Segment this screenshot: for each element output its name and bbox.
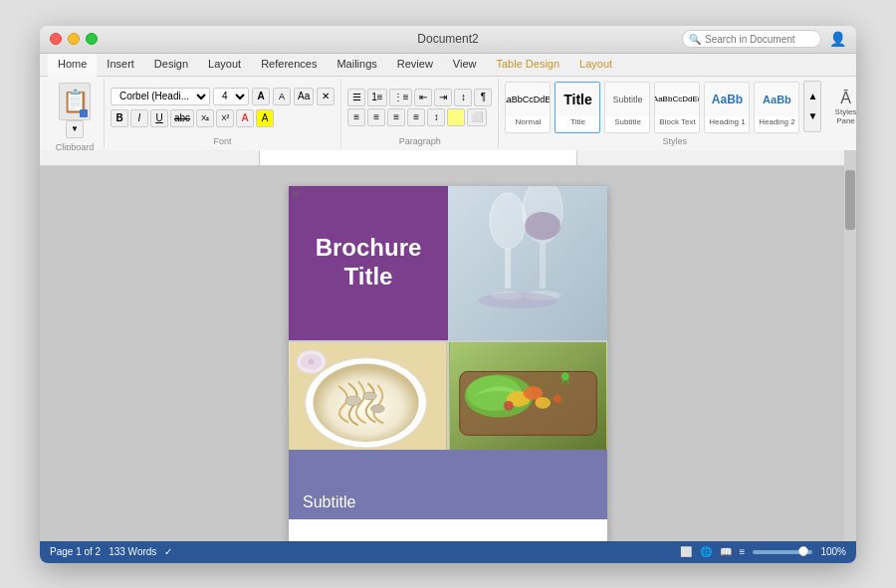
middle-section [289,340,607,450]
border-btn[interactable]: ⬜ [467,108,487,126]
styles-group: AaBbCcDdEe Normal Title Title Subtitle S… [499,79,850,148]
paste-icon[interactable]: 📋 [59,83,91,120]
style-title-preview: Title [556,83,599,116]
tab-mailings[interactable]: Mailings [327,54,386,76]
numbering-btn[interactable]: 1≡ [367,89,386,106]
tab-review[interactable]: Review [387,54,443,76]
shading-btn[interactable] [447,108,465,126]
wine-glasses-svg [448,186,607,340]
tab-layout[interactable]: Layout [198,54,251,76]
bullets-btn[interactable]: ☰ [347,89,365,106]
tab-references[interactable]: References [251,54,327,76]
svg-point-25 [535,396,551,408]
show-marks-btn[interactable]: ¶ [474,89,492,106]
zoom-thumb[interactable] [798,546,808,556]
tab-table-design[interactable]: Table Design [487,54,570,76]
font-size-increase[interactable]: A [252,88,270,105]
view-read-icon[interactable]: 📖 [720,546,732,557]
styles-label: Styles [505,136,844,146]
justify-btn[interactable]: ≡ [407,108,425,126]
salad-photo [447,340,607,450]
svg-point-12 [345,396,361,406]
user-icon: 👤 [829,31,846,47]
view-outline-icon[interactable]: ≡ [740,546,746,557]
paste-area: 📋 ▼ [52,81,98,140]
zoom-slider[interactable] [753,550,812,554]
style-subtitle[interactable]: Subtitle Subtitle [604,82,650,133]
font-color-btn[interactable]: A [236,109,254,127]
ribbon-body: 📋 ▼ Clipboard Corbel (Headi... 48 [40,77,856,150]
change-case-btn[interactable]: Aa [294,88,314,105]
styles-scroll-btn[interactable]: ▲▼ [803,81,821,132]
style-block-text[interactable]: AaBbCcDdEe Block Text [654,82,700,133]
title-bar: Document2 🔍 👤 [40,26,856,54]
doc-scroll[interactable]: ⊞ Brochure Title [40,166,856,541]
italic-btn[interactable]: I [130,109,148,127]
svg-point-7 [525,212,560,240]
style-heading1[interactable]: AaBb Heading 1 [704,82,750,133]
wine-photo [448,186,607,340]
tab-insert[interactable]: Insert [97,54,144,76]
tab-view[interactable]: View [443,54,487,76]
align-left-btn[interactable]: ≡ [347,108,365,126]
font-family-row: Corbel (Headi... 48 A A Aa ✕ [111,88,335,105]
font-group: Corbel (Headi... 48 A A Aa ✕ B I U abc X… [105,79,341,148]
scrollbar-thumb[interactable] [845,170,855,230]
align-right-btn[interactable]: ≡ [387,108,405,126]
search-box[interactable]: 🔍 [682,30,821,48]
indent-btn[interactable]: ⇥ [434,89,452,106]
salad-svg [449,342,607,450]
maximize-button[interactable] [86,33,98,45]
close-button[interactable] [50,33,62,45]
title-box[interactable]: Brochure Title [289,186,448,340]
outdent-btn[interactable]: ⇤ [414,89,432,106]
search-input[interactable] [705,34,814,45]
paste-dropdown[interactable]: ▼ [66,120,84,138]
tab-table-layout[interactable]: Layout [569,54,622,76]
subscript-btn[interactable]: X₂ [196,109,214,127]
font-size-select[interactable]: 48 [213,88,249,105]
svg-point-17 [309,358,315,364]
page-marker: ⊞ [293,190,300,199]
minimize-button[interactable] [68,33,80,45]
align-center-btn[interactable]: ≡ [367,108,385,126]
bold-btn[interactable]: B [111,109,128,127]
page-info: Page 1 of 2 [50,546,101,557]
word-count: 133 Words [109,546,156,557]
line-spacing-btn[interactable]: ↕ [427,108,445,126]
styles-pane-icon: Ā [840,90,851,107]
svg-rect-5 [540,243,546,289]
strikethrough-btn[interactable]: abc [170,109,194,127]
multilevel-btn[interactable]: ⋮≡ [389,89,413,106]
view-print-icon[interactable]: ⬜ [680,546,692,557]
superscript-btn[interactable]: X² [216,109,234,127]
svg-point-13 [363,392,377,400]
status-bar: Page 1 of 2 133 Words ✓ ⬜ 🌐 📖 ≡ 100% [40,541,856,563]
svg-point-14 [370,404,384,412]
font-family-select[interactable]: Corbel (Headi... [111,88,210,105]
brochure-title-text[interactable]: Brochure Title [289,234,448,292]
clear-format-btn[interactable]: ✕ [317,88,335,105]
window-controls[interactable] [50,33,98,45]
list-buttons: ☰ 1≡ ⋮≡ ⇤ ⇥ ↕ ¶ [347,89,492,106]
sort-btn[interactable]: ↕ [454,89,472,106]
style-title[interactable]: Title Title [555,82,600,133]
style-heading2[interactable]: AaBb Heading 2 [754,82,799,133]
status-right: ⬜ 🌐 📖 ≡ 100% [680,546,846,557]
style-h1-name: Heading 1 [708,116,746,127]
subtitle-text[interactable]: Subtitle [303,493,355,511]
view-web-icon[interactable]: 🌐 [700,546,712,557]
tab-home[interactable]: Home [48,54,97,77]
window-title: Document2 [417,32,478,46]
align-buttons: ≡ ≡ ≡ ≡ ↕ ⬜ [347,108,492,126]
style-h2-name: Heading 2 [758,116,795,127]
svg-point-28 [561,372,569,380]
highlight-btn[interactable]: A [256,109,274,127]
tab-design[interactable]: Design [144,54,198,76]
style-normal[interactable]: AaBbCcDdEe Normal [505,82,551,133]
font-size-decrease[interactable]: A [273,88,291,105]
styles-pane-button[interactable]: Ā StylesPane [825,90,856,125]
underline-btn[interactable]: U [150,109,168,127]
vertical-scrollbar[interactable] [844,150,856,541]
font-controls: Corbel (Headi... 48 A A Aa ✕ B I U abc X… [111,81,335,134]
